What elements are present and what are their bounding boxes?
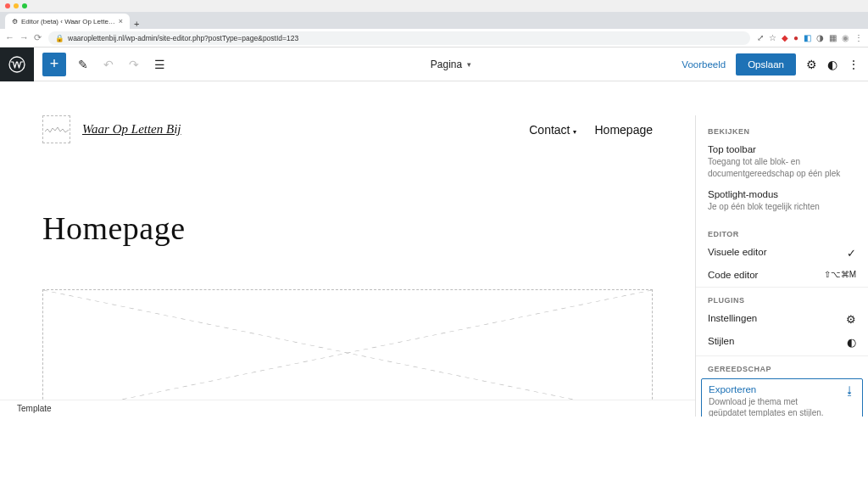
lock-icon: 🔒 xyxy=(55,34,64,42)
menu-section-view: BEKIJKEN xyxy=(696,120,868,139)
tab-title: Editor (beta) ‹ Waar Op Lette… xyxy=(21,18,115,25)
macos-titlebar xyxy=(0,0,868,12)
menu-item-styles[interactable]: Stijlen ◐ xyxy=(696,331,868,354)
save-button[interactable]: Opslaan xyxy=(736,53,796,76)
chevron-down-icon: ▾ xyxy=(467,60,471,69)
address-field[interactable]: 🔒 waaroplettenbij.nl/wp-admin/site-edito… xyxy=(48,31,750,45)
browser-tab[interactable]: ⚙ Editor (beta) ‹ Waar Op Lette… × xyxy=(5,14,130,29)
image-placeholder-block[interactable] xyxy=(42,289,653,417)
editor-toolbar: + ✎ ↶ ↷ ☰ Pagina ▾ Voorbeeld Opslaan ⚙ ◐… xyxy=(34,48,868,81)
page-title[interactable]: Homepage xyxy=(42,210,653,247)
list-view-icon[interactable]: ☰ xyxy=(151,58,168,71)
menu-divider xyxy=(696,355,868,356)
site-nav: Contact▾ Homepage xyxy=(529,123,653,137)
nav-item-contact[interactable]: Contact▾ xyxy=(529,123,576,137)
editor-canvas[interactable]: Waar Op Letten Bij Contact▾ Homepage Hom… xyxy=(0,81,695,417)
options-menu: BEKIJKEN Top toolbar Toegang tot alle bl… xyxy=(695,115,868,417)
add-block-button[interactable]: + xyxy=(42,53,66,76)
settings-icon[interactable]: ⚙ xyxy=(806,58,817,71)
menu-divider xyxy=(696,287,868,288)
editor-canvas-area: Waar Op Letten Bij Contact▾ Homepage Hom… xyxy=(0,81,868,417)
breadcrumb-item[interactable]: Template xyxy=(17,404,52,413)
menu-item-settings[interactable]: Instellingen ⚙ xyxy=(696,308,868,331)
document-switcher[interactable]: Pagina ▾ xyxy=(431,59,471,70)
styles-icon[interactable]: ◐ xyxy=(827,58,837,71)
undo-icon[interactable]: ↶ xyxy=(100,58,117,71)
browser-urlbar: ← → ⟳ 🔒 waaroplettenbij.nl/wp-admin/site… xyxy=(0,29,868,48)
keyboard-shortcut: ⇧⌥⌘M xyxy=(824,270,856,279)
site-header: Waar Op Letten Bij Contact▾ Homepage xyxy=(42,81,653,160)
preview-link[interactable]: Voorbeeld xyxy=(682,59,726,70)
menu-section-editor: EDITOR xyxy=(696,223,868,242)
browser-extensions: ⤢ ☆ ◆ ● ◧ ◑ ▦ ◉ ⋮ xyxy=(757,33,863,42)
site-logo-placeholder[interactable] xyxy=(42,115,70,143)
menu-section-tools: GEREEDSCHAP xyxy=(696,358,868,377)
menu-item-visual-editor[interactable]: Visuele editor xyxy=(696,242,868,265)
ext-icon[interactable]: ⤢ xyxy=(757,33,764,42)
menu-section-plugins: PLUGINS xyxy=(696,289,868,308)
nav-forward-icon[interactable]: → xyxy=(19,32,29,43)
doc-type-label: Pagina xyxy=(431,59,462,70)
menu-item-spotlight[interactable]: Spotlight-modus Je op één blok tegelijk … xyxy=(696,184,868,218)
menu-item-top-toolbar[interactable]: Top toolbar Toegang tot alle blok- en do… xyxy=(696,139,868,184)
ext-icon[interactable]: ◑ xyxy=(816,33,824,42)
ext-icon[interactable]: ☆ xyxy=(769,33,776,42)
site-title[interactable]: Waar Op Letten Bij xyxy=(82,122,181,137)
nav-reload-icon[interactable]: ⟳ xyxy=(34,32,42,43)
tab-favicon: ⚙ xyxy=(12,18,18,25)
new-tab-button[interactable]: + xyxy=(130,19,143,29)
redo-icon[interactable]: ↷ xyxy=(125,58,142,71)
kebab-icon[interactable]: ⋮ xyxy=(854,33,863,42)
browser-nav-controls: ← → ⟳ xyxy=(5,32,42,43)
svg-point-0 xyxy=(9,57,25,72)
url-text: waaroplettenbij.nl/wp-admin/site-editor.… xyxy=(68,34,298,42)
edit-icon[interactable]: ✎ xyxy=(75,58,92,71)
menu-item-code-editor[interactable]: Code editor ⇧⌥⌘M xyxy=(696,265,868,285)
browser-tabstrip: ⚙ Editor (beta) ‹ Waar Op Lette… × + xyxy=(0,12,868,29)
nav-item-home[interactable]: Homepage xyxy=(595,123,654,137)
wordpress-logo[interactable] xyxy=(0,48,34,81)
gear-icon: ⚙ xyxy=(846,313,856,326)
tab-close-icon[interactable]: × xyxy=(119,17,123,25)
download-icon: ⭳ xyxy=(844,384,855,397)
traffic-light-close[interactable] xyxy=(5,3,10,8)
ext-icon[interactable]: ◆ xyxy=(782,33,788,42)
check-icon xyxy=(847,247,856,260)
traffic-light-min[interactable] xyxy=(14,3,19,8)
ext-icon[interactable]: ◧ xyxy=(804,33,811,42)
avatar-icon[interactable]: ◉ xyxy=(842,33,849,42)
menu-item-export[interactable]: Exporteren Download je thema met geüpdat… xyxy=(701,378,863,417)
nav-back-icon[interactable]: ← xyxy=(5,32,14,43)
contrast-icon: ◐ xyxy=(847,336,856,349)
ext-icon[interactable]: ▦ xyxy=(829,33,837,42)
ext-icon[interactable]: ● xyxy=(793,33,798,42)
chevron-down-icon: ▾ xyxy=(573,128,576,136)
options-icon[interactable]: ⋮ xyxy=(848,58,860,71)
traffic-light-max[interactable] xyxy=(22,3,27,8)
